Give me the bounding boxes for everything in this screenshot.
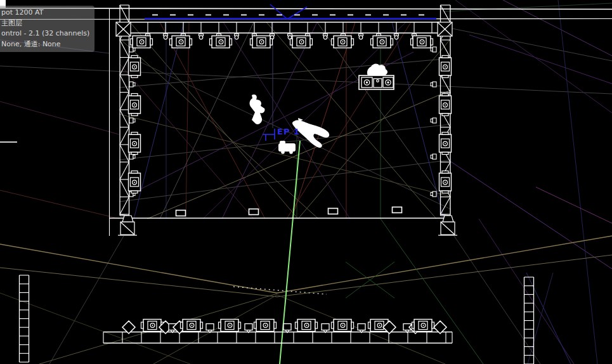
fixture-moving-head[interactable] [129, 171, 141, 193]
fixture-par-cube[interactable] [283, 324, 291, 333]
truss-clamp [431, 118, 436, 123]
dj-booth[interactable] [359, 64, 394, 89]
truss-clamps [129, 34, 436, 197]
fixture-moving-head[interactable] [296, 320, 318, 332]
wireframe-noise [0, 0, 612, 364]
fixture-moving-head[interactable] [129, 133, 141, 155]
blue-pipe[interactable] [145, 4, 436, 19]
fixture-moving-head[interactable] [181, 320, 203, 332]
truss-clamp [323, 34, 328, 39]
canvas-viewport[interactable]: pot 1200 AT 主图层 ontrol - 2.1 (32 channel… [0, 0, 612, 364]
tooltip-line-fixture: pot 1200 AT [1, 8, 89, 18]
tooltip-line-control: ontrol - 2.1 (32 channels) [1, 29, 89, 39]
fixture-moving-head[interactable] [129, 94, 141, 116]
fixture-moving-head[interactable] [332, 320, 354, 332]
tooltip: pot 1200 AT 主图层 ontrol - 2.1 (32 channel… [0, 6, 94, 52]
truss-clamp [129, 154, 135, 159]
stage-monitor-wedge[interactable] [176, 211, 186, 216]
fixture-moving-head[interactable] [219, 320, 241, 332]
fixture-moving-head[interactable] [141, 320, 164, 332]
front-left-ladder-truss[interactable] [20, 275, 29, 362]
stage-monitor-wedge[interactable] [329, 209, 338, 214]
fixture-moving-head[interactable] [439, 171, 452, 193]
fixture-moving-head[interactable] [412, 320, 434, 332]
green-beam-line[interactable] [280, 141, 300, 364]
fixture-moving-head[interactable] [290, 36, 313, 48]
fixture-moving-head[interactable] [439, 133, 452, 155]
bottom-truss[interactable] [103, 332, 452, 344]
fixture-moving-head[interactable] [411, 36, 433, 48]
fixture-moving-head[interactable] [439, 56, 452, 78]
truss-clamp [359, 34, 363, 39]
fixture-moving-head[interactable] [129, 56, 141, 78]
fixture-moving-head[interactable] [210, 36, 232, 48]
prop-van[interactable] [278, 141, 296, 154]
fixture-moving-head[interactable] [371, 36, 393, 48]
fixture-moving-head[interactable] [332, 36, 354, 48]
truss-clamp [394, 34, 399, 39]
ep-label: EP 1 [277, 127, 300, 136]
fixture-moving-head[interactable] [251, 36, 273, 48]
fixture-par-cube[interactable] [358, 324, 365, 333]
stage-monitor-wedge[interactable] [249, 209, 259, 215]
tooltip-line-layer: 主图层 [1, 18, 89, 29]
truss-clamp [431, 82, 436, 87]
fixture-moving-head[interactable] [254, 320, 277, 332]
truss-clamp [164, 34, 168, 39]
fixture-moving-head[interactable] [131, 36, 153, 48]
fixture-moving-head[interactable] [170, 36, 192, 48]
stage-monitor-wedge[interactable] [393, 207, 402, 213]
truss-clamp [431, 47, 436, 52]
left-truss[interactable] [120, 5, 129, 216]
tooltip-line-channel: None, 通道: None [1, 39, 89, 50]
truss-clamp [199, 34, 204, 39]
truss-clamp [129, 82, 135, 87]
truss-clamp [129, 118, 135, 123]
truss-clamp [235, 34, 239, 39]
wireframe-scene [0, 0, 612, 364]
fixture-par-cube[interactable] [245, 324, 252, 333]
fixture-moving-head[interactable] [439, 94, 452, 116]
fixture-par-cube[interactable] [322, 324, 329, 333]
truss-clamp [431, 192, 436, 197]
truss-clamp [431, 154, 436, 159]
